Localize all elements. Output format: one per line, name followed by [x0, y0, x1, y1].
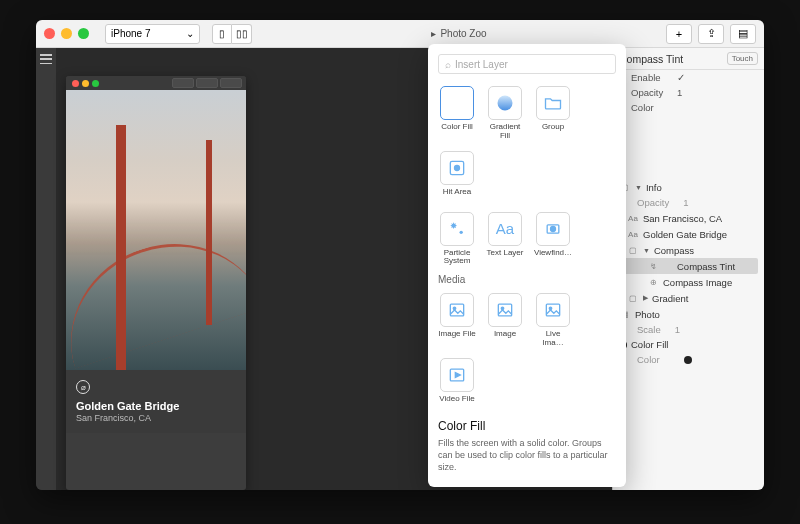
outline-gg[interactable]: Aa Golden Gate Bridge [619, 226, 758, 242]
folder-icon [536, 86, 570, 120]
titlebar: iPhone 7 ⌄ ▯ ▯▯ ▸ Photo Zoo + ⇪ ▤ [36, 20, 764, 48]
insert-layer-popover: ⌕ Insert Layer Color Fill Gradient Fill … [428, 44, 626, 487]
outline-compass[interactable]: ▢ ▼ Compass [619, 242, 758, 258]
svg-point-3 [455, 165, 460, 170]
color-fill-icon [440, 86, 474, 120]
cell-gradient-fill[interactable]: Gradient Fill [486, 86, 524, 141]
hamburger-icon[interactable] [40, 54, 52, 64]
preview-dot [72, 80, 79, 87]
image-icon: ⊕ [647, 276, 659, 288]
crumb-sep-icon: ▸ [431, 28, 436, 39]
live-image-icon [536, 293, 570, 327]
cell-particle[interactable]: Particle System [438, 212, 476, 267]
gradient-icon: ▢ [627, 292, 639, 304]
video-icon [440, 358, 474, 392]
preview-dot [92, 80, 99, 87]
cell-color-fill[interactable]: Color Fill [438, 86, 476, 141]
chevron-updown-icon: ⌄ [186, 28, 194, 39]
svg-rect-11 [546, 304, 559, 316]
value-opacity[interactable]: 1 [677, 87, 682, 98]
prop-color: Color [613, 100, 764, 115]
add-layer-button[interactable]: + [666, 24, 692, 44]
inspector-header: Compass Tint Touch [613, 48, 764, 70]
prop-opacity: Opacity 1 [613, 85, 764, 100]
layout-seg: ▯ ▯▯ [212, 24, 252, 44]
outline: ▢ ▼ Info Opacity 1 Aa San Francisco, CA … [613, 175, 764, 371]
caption-title: Golden Gate Bridge [76, 400, 236, 412]
left-menubar [36, 48, 56, 490]
cell-group[interactable]: Group [534, 86, 572, 141]
compass-icon: ⌀ [76, 380, 90, 394]
prop-enable: Enable ✓ [613, 70, 764, 85]
cell-image[interactable]: Image [486, 293, 524, 348]
popover-desc-title: Color Fill [438, 419, 616, 433]
cell-video-file[interactable]: Video File [438, 358, 476, 411]
text-icon: Aa [627, 212, 639, 224]
document-title: ▸ Photo Zoo [258, 28, 660, 39]
share-icon: ⇪ [707, 27, 716, 40]
section-info[interactable]: ▢ ▼ Info [619, 179, 758, 195]
svg-rect-7 [450, 304, 463, 316]
outline-compass-image[interactable]: ⊕ Compass Image [619, 274, 758, 290]
device-preview: ⌀ Golden Gate Bridge San Francisco, CA [66, 76, 246, 490]
layer-grid-2: Particle System Aa Text Layer Viewfind… [438, 212, 616, 267]
touch-badge[interactable]: Touch [727, 52, 758, 65]
swatch-icon[interactable] [684, 356, 692, 364]
window-zoom[interactable] [78, 28, 89, 39]
text-icon: Aa [627, 228, 639, 240]
inspector-title: Compass Tint [619, 53, 723, 65]
preview-ctrl[interactable] [172, 78, 194, 88]
cell-live-image[interactable]: Live Ima… [534, 293, 572, 348]
device-label: iPhone 7 [111, 28, 150, 39]
inspector-toggle[interactable]: ▤ [730, 24, 756, 44]
cell-viewfinder[interactable]: Viewfind… [534, 212, 572, 267]
layer-grid-1: Color Fill Gradient Fill Group Hit Area [438, 86, 616, 204]
insert-search[interactable]: ⌕ Insert Layer [438, 54, 616, 74]
preview-ctrl[interactable] [196, 78, 218, 88]
outline-compass-tint[interactable]: ↯ Compass Tint [619, 258, 758, 274]
caption-subtitle: San Francisco, CA [76, 413, 236, 423]
doc-name: Photo Zoo [440, 28, 486, 39]
tint-icon: ↯ [647, 260, 659, 272]
app-window: iPhone 7 ⌄ ▯ ▯▯ ▸ Photo Zoo + ⇪ ▤ [36, 20, 764, 490]
preview-image [66, 90, 246, 370]
particle-icon [440, 212, 474, 246]
seg-split[interactable]: ▯▯ [232, 24, 252, 44]
image-icon [488, 293, 522, 327]
image-file-icon [440, 293, 474, 327]
checkbox-enable[interactable]: ✓ [677, 72, 685, 83]
outline-gradient[interactable]: ▢ ▶ Gradient [619, 290, 758, 306]
inspector-panel: Compass Tint Touch Enable ✓ Opacity 1 Co… [612, 48, 764, 490]
device-select[interactable]: iPhone 7 ⌄ [105, 24, 200, 44]
seg-single[interactable]: ▯ [212, 24, 232, 44]
outline-sf[interactable]: Aa San Francisco, CA [619, 210, 758, 226]
preview-dot [82, 80, 89, 87]
svg-point-1 [498, 96, 513, 111]
search-placeholder: Insert Layer [455, 59, 508, 70]
outline-photo[interactable]: ▦ Photo [619, 306, 758, 322]
color-fill-color: Color [619, 352, 758, 367]
svg-point-6 [551, 226, 556, 231]
share-button[interactable]: ⇪ [698, 24, 724, 44]
preview-ctrl[interactable] [220, 78, 242, 88]
window-close[interactable] [44, 28, 55, 39]
svg-point-4 [460, 230, 463, 233]
outline-color-fill[interactable]: Color Fill [619, 337, 758, 352]
workarea: ⌀ Golden Gate Bridge San Francisco, CA C… [36, 48, 764, 490]
group-icon: ▢ [627, 244, 639, 256]
info-opacity: Opacity 1 [619, 195, 758, 210]
svg-rect-9 [498, 304, 511, 316]
cell-hit-area[interactable]: Hit Area [438, 151, 476, 204]
media-heading: Media [438, 274, 616, 285]
layer-grid-media: Image File Image Live Ima… Video File [438, 293, 616, 411]
window-minimize[interactable] [61, 28, 72, 39]
hitarea-icon [440, 151, 474, 185]
photo-scale: Scale 1 [619, 322, 758, 337]
cell-text-layer[interactable]: Aa Text Layer [486, 212, 524, 267]
cell-image-file[interactable]: Image File [438, 293, 476, 348]
popover-desc-body: Fills the screen with a solid color. Gro… [438, 437, 616, 473]
preview-caption: ⌀ Golden Gate Bridge San Francisco, CA [66, 370, 246, 433]
panel-icon: ▤ [738, 27, 748, 40]
gradient-icon [488, 86, 522, 120]
viewfinder-icon [536, 212, 570, 246]
